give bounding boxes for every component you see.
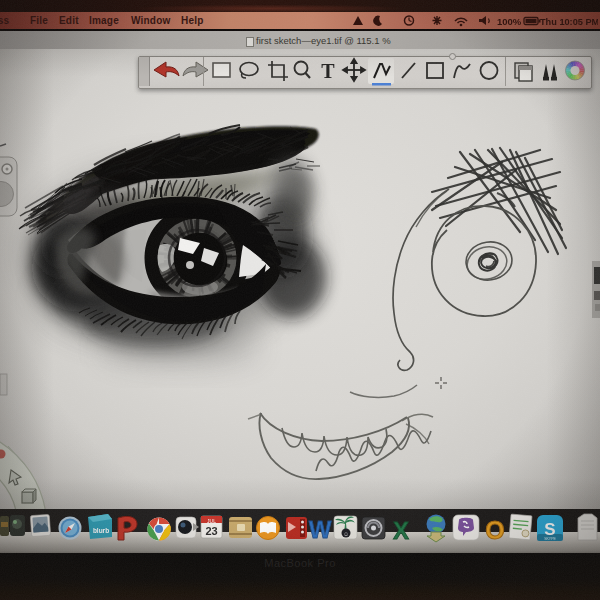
svg-text:blurb: blurb	[93, 527, 109, 534]
svg-text:JUL: JUL	[207, 518, 216, 524]
svg-text:100%: 100%	[497, 16, 522, 27]
svg-text:T: T	[321, 60, 335, 82]
svg-text:X: X	[393, 517, 409, 544]
svg-text:23: 23	[205, 525, 217, 537]
svg-text:Thu 10:05 PM: Thu 10:05 PM	[540, 17, 598, 27]
svg-text:☺: ☺	[343, 531, 349, 537]
svg-text:O: O	[485, 516, 504, 544]
svg-text:W: W	[309, 516, 332, 543]
svg-text:SKYPE: SKYPE	[544, 537, 556, 541]
